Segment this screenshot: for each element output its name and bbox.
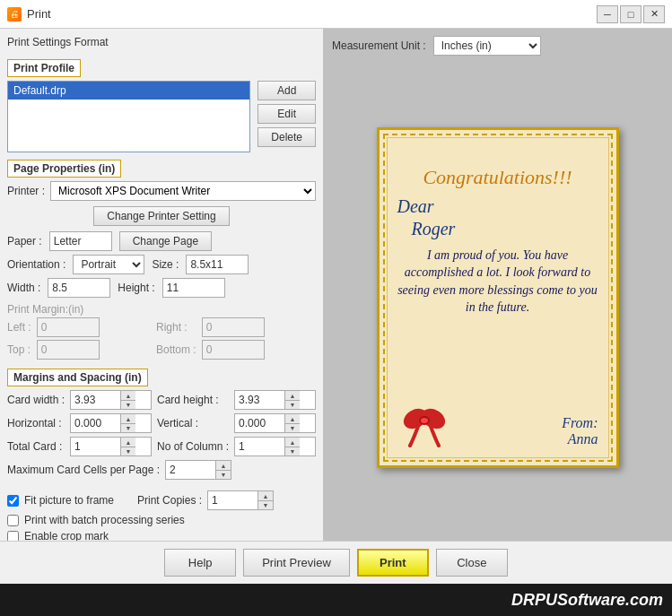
print-button[interactable]: Print — [357, 549, 429, 577]
total-card-up[interactable]: ▲ — [121, 438, 135, 447]
margins-spacing-section: Margins and Spacing (in) Card width : ▲ … — [7, 369, 316, 483]
no-of-column-spin-btns: ▲ ▼ — [284, 438, 300, 455]
card-height-down[interactable]: ▼ — [285, 400, 300, 409]
paper-input[interactable] — [49, 231, 112, 251]
print-copies-label: Print Copies : — [137, 494, 202, 507]
no-of-column-input[interactable] — [235, 438, 284, 455]
max-cells-up[interactable]: ▲ — [216, 461, 231, 470]
max-cells-input[interactable] — [166, 462, 215, 478]
no-of-column-down[interactable]: ▼ — [285, 447, 300, 455]
window-controls: ─ □ ✕ — [597, 5, 665, 23]
width-input[interactable] — [48, 278, 110, 298]
total-card-down[interactable]: ▼ — [121, 447, 135, 455]
print-preview-button[interactable]: Print Preview — [243, 549, 350, 577]
max-cells-spinbox[interactable]: ▲ ▼ — [165, 460, 231, 480]
max-cells-down[interactable]: ▼ — [216, 470, 231, 479]
measurement-label: Measurement Unit : — [332, 39, 426, 52]
vertical-label: Vertical : — [157, 417, 229, 429]
close-window-button[interactable]: ✕ — [643, 5, 665, 23]
print-copies-input[interactable] — [208, 492, 257, 508]
orientation-label: Orientation : — [7, 258, 65, 271]
change-page-button[interactable]: Change Page — [119, 231, 212, 251]
left-panel: Print Settings Format Print Profile Defa… — [0, 29, 323, 541]
orientation-select[interactable]: Portrait — [73, 255, 144, 274]
measurement-header: Measurement Unit : Inches (in) Centimete… — [323, 29, 672, 63]
height-label: Height : — [118, 282, 154, 294]
card-width-spin-btns: ▲ ▼ — [120, 391, 135, 409]
print-profile-header: Print Profile — [7, 59, 81, 77]
size-label: Size : — [152, 258, 179, 271]
vertical-spinbox[interactable]: ▲ ▼ — [234, 413, 316, 433]
fit-picture-checkbox[interactable] — [7, 495, 19, 507]
total-card-input[interactable] — [71, 438, 120, 455]
orientation-row: Orientation : Portrait Size : — [7, 255, 316, 274]
profile-list[interactable]: Default.drp — [7, 81, 250, 152]
help-button[interactable]: Help — [164, 549, 236, 577]
card-preview: Congratulations!!! Dear Roger I am proud… — [377, 127, 619, 468]
maximize-button[interactable]: □ — [620, 5, 641, 23]
dear-text: Dear — [397, 196, 598, 217]
printer-label: Printer : — [7, 185, 45, 197]
horizontal-down[interactable]: ▼ — [121, 423, 135, 432]
right-area: Measurement Unit : Inches (in) Centimete… — [323, 29, 672, 541]
congratulations-text: Congratulations!!! — [397, 166, 598, 189]
bottom-buttons: Help Print Preview Print Close — [0, 541, 672, 584]
size-input[interactable] — [186, 255, 249, 274]
print-copies-down[interactable]: ▼ — [258, 500, 273, 509]
top-label: Top : — [7, 343, 31, 356]
printer-row: Printer : Microsoft XPS Document Writer — [7, 181, 316, 201]
minimize-button[interactable]: ─ — [597, 5, 618, 23]
card-height-up[interactable]: ▲ — [285, 391, 300, 400]
measurement-select[interactable]: Inches (in) Centimeters (cm) Millimeters… — [433, 36, 541, 56]
settings-format-label: Print Settings Format — [7, 36, 316, 48]
no-of-column-spinbox[interactable]: ▲ ▼ — [234, 437, 316, 456]
from-section: From: Anna — [562, 415, 598, 447]
crop-mark-checkbox[interactable] — [7, 531, 19, 542]
vertical-spin-btns: ▲ ▼ — [284, 414, 300, 432]
content-area: Print Settings Format Print Profile Defa… — [0, 29, 672, 541]
edit-button[interactable]: Edit — [257, 104, 316, 124]
card-width-down[interactable]: ▼ — [121, 400, 135, 409]
card-width-input[interactable] — [71, 392, 120, 408]
card-height-label: Card height : — [157, 394, 229, 406]
max-cells-spin-btns: ▲ ▼ — [215, 461, 231, 479]
fit-picture-row: Fit picture to frame Print Copies : ▲ ▼ — [7, 490, 316, 510]
vertical-input[interactable] — [235, 415, 284, 431]
list-item[interactable]: Default.drp — [8, 82, 249, 100]
height-input[interactable] — [162, 278, 225, 298]
no-of-column-up[interactable]: ▲ — [285, 438, 300, 447]
batch-processing-checkbox[interactable] — [7, 515, 19, 526]
horizontal-spinbox[interactable]: ▲ ▼ — [70, 413, 152, 433]
vertical-down[interactable]: ▼ — [285, 423, 300, 432]
window: 🖨 Print ─ □ ✕ Print Settings Format Prin… — [0, 0, 672, 616]
card-height-input[interactable] — [235, 392, 284, 408]
total-card-spin-btns: ▲ ▼ — [120, 438, 135, 455]
vertical-up[interactable]: ▲ — [285, 414, 300, 423]
print-profile-section: Print Profile Default.drp Add Edit Delet… — [7, 59, 316, 152]
printer-select[interactable]: Microsoft XPS Document Writer — [50, 181, 316, 201]
close-button[interactable]: Close — [436, 549, 508, 577]
margin-section: Print Margin:(in) Left : Right : Top : B… — [7, 303, 316, 361]
svg-point-3 — [421, 418, 428, 423]
ribbon-svg — [397, 394, 451, 447]
preview-area: Congratulations!!! Dear Roger I am proud… — [323, 63, 672, 541]
card-width-up[interactable]: ▲ — [121, 391, 135, 400]
paper-row: Paper : Change Page — [7, 231, 316, 251]
max-cells-row: Maximum Card Cells per Page : ▲ ▼ — [7, 460, 316, 480]
card-height-spin-btns: ▲ ▼ — [284, 391, 300, 409]
from-label: From: — [562, 415, 598, 431]
margins-grid: Left : Right : Top : Bottom : — [7, 316, 316, 361]
total-card-spinbox[interactable]: ▲ ▼ — [70, 437, 152, 456]
horizontal-label: Horizontal : — [7, 417, 65, 429]
batch-processing-row: Print with batch processing series — [7, 514, 316, 526]
horizontal-input[interactable] — [71, 415, 120, 431]
print-copies-up[interactable]: ▲ — [258, 491, 273, 500]
from-name: Anna — [562, 431, 598, 447]
add-button[interactable]: Add — [257, 81, 316, 100]
change-printer-button[interactable]: Change Printer Setting — [93, 206, 229, 226]
horizontal-up[interactable]: ▲ — [121, 414, 135, 423]
print-copies-spinbox[interactable]: ▲ ▼ — [207, 490, 274, 510]
card-width-spinbox[interactable]: ▲ ▼ — [70, 390, 152, 410]
delete-button[interactable]: Delete — [257, 127, 316, 147]
card-height-spinbox[interactable]: ▲ ▼ — [234, 390, 316, 410]
